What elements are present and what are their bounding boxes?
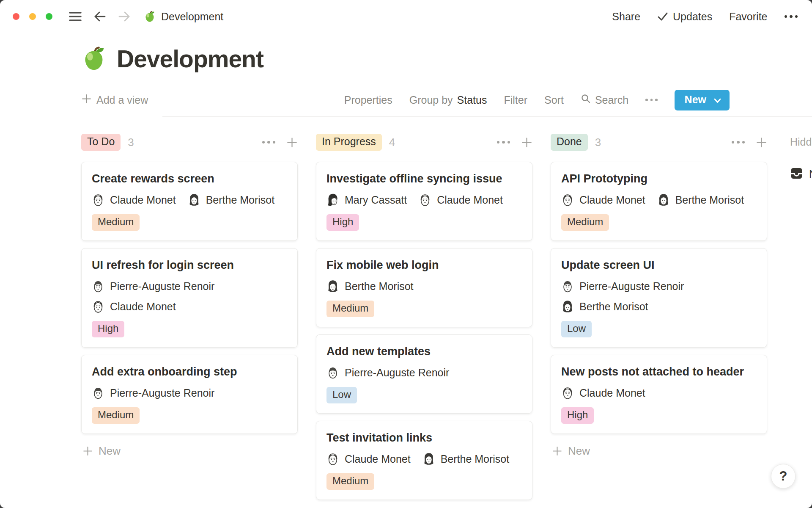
card-title: Add new templates — [326, 344, 522, 359]
filter-button[interactable]: Filter — [504, 94, 527, 106]
add-card-button[interactable]: New — [81, 444, 121, 458]
column-header-todo: To Do3 — [81, 134, 298, 151]
priority-tag: Low — [326, 387, 357, 403]
share-button[interactable]: Share — [612, 11, 640, 23]
close-window-button[interactable] — [13, 13, 19, 20]
question-mark-icon: ? — [779, 469, 787, 484]
kanban-card[interactable]: New posts not attached to headerClaude M… — [551, 355, 767, 434]
avatar-monet-icon — [561, 193, 574, 207]
avatar-morisot-icon — [561, 299, 574, 314]
add-card-button[interactable]: New — [551, 444, 590, 458]
avatar-morisot-icon — [188, 193, 200, 207]
kanban-card[interactable]: Test invitation linksClaude MonetBerthe … — [316, 421, 532, 500]
card-title: Investigate offline syncing issue — [326, 171, 522, 187]
assignee-name: Claude Monet — [437, 194, 503, 206]
priority-tag: Low — [561, 321, 592, 337]
card-title: Fix mobile web login — [326, 257, 522, 273]
kanban-card[interactable]: Update screen UIPierre-Auguste RenoirBer… — [551, 248, 767, 348]
card-title: Add extra onboarding step — [92, 364, 287, 380]
inbox-icon — [790, 167, 803, 181]
column-add-icon[interactable] — [521, 137, 532, 148]
kanban-card[interactable]: Create rewards screenClaude MonetBerthe … — [81, 162, 298, 241]
priority-tag: Medium — [326, 473, 374, 490]
back-icon[interactable] — [93, 11, 107, 22]
ellipsis-icon — [785, 15, 798, 18]
assignee-name: Berthe Morisot — [675, 194, 744, 206]
more-options-icon[interactable] — [785, 15, 798, 18]
assignee-name: Claude Monet — [110, 301, 176, 313]
assignee-name: Claude Monet — [579, 387, 645, 399]
favorite-button[interactable]: Favorite — [729, 11, 767, 23]
column-more-icon[interactable] — [262, 141, 276, 144]
kanban-card[interactable]: UI refresh for login screenPierre-August… — [81, 248, 298, 348]
assignee: Berthe Morisot — [561, 299, 648, 314]
card-title: API Prototyping — [561, 171, 757, 187]
board-column-inprogress: In Progress4Investigate offline syncing … — [316, 134, 532, 500]
assignee-name: Berthe Morisot — [579, 301, 648, 313]
search-button[interactable]: Search — [581, 94, 628, 106]
hidden-columns-section: Hidden columns No Status — [790, 134, 812, 181]
assignee: Pierre-Auguste Renoir — [92, 386, 214, 400]
hidden-group-label: No Status — [809, 168, 812, 180]
hidden-group-no-status[interactable]: No Status — [790, 167, 812, 181]
notion-window: Development Share Updates Favorite Devel… — [0, 0, 812, 508]
assignee-name: Claude Monet — [345, 453, 411, 465]
assignee-name: Berthe Morisot — [345, 280, 414, 293]
sort-button[interactable]: Sort — [544, 94, 564, 106]
kanban-board: To Do3Create rewards screenClaude MonetB… — [0, 117, 812, 500]
column-add-icon[interactable] — [756, 137, 767, 148]
assignee: Claude Monet — [326, 452, 411, 466]
plus-icon — [81, 94, 92, 107]
assignee-name: Pierre-Auguste Renoir — [579, 280, 684, 293]
kanban-card[interactable]: API PrototypingClaude MonetBerthe Moriso… — [551, 162, 767, 241]
check-icon — [657, 11, 668, 22]
page-title-text: Development — [117, 45, 263, 73]
updates-button[interactable]: Updates — [657, 11, 712, 23]
priority-tag: Medium — [326, 301, 374, 317]
card-title: Update screen UI — [561, 257, 757, 273]
add-card-label: New — [568, 444, 590, 458]
properties-button[interactable]: Properties — [344, 94, 392, 106]
sidebar-menu-icon[interactable] — [69, 11, 82, 22]
assignee-name: Claude Monet — [110, 194, 176, 206]
avatar-monet-icon — [561, 386, 574, 400]
avatar-monet-icon — [92, 193, 104, 207]
kanban-card[interactable]: Add extra onboarding stepPierre-Auguste … — [81, 355, 298, 434]
assignee: Pierre-Auguste Renoir — [561, 279, 684, 293]
breadcrumb[interactable]: Development — [144, 11, 223, 23]
assignee: Claude Monet — [92, 193, 176, 207]
assignee: Claude Monet — [561, 193, 645, 207]
new-button[interactable]: New — [675, 90, 730, 110]
avatar-renoir-icon — [92, 279, 104, 293]
priority-tag: Medium — [92, 407, 140, 424]
column-status-badge: In Progress — [316, 134, 382, 151]
minimize-window-button[interactable] — [29, 13, 36, 20]
add-view-button[interactable]: Add a view — [81, 94, 148, 107]
column-card-count: 4 — [389, 136, 395, 149]
view-more-options-icon[interactable] — [645, 99, 658, 101]
column-more-icon[interactable] — [732, 141, 745, 144]
avatar-renoir-icon — [92, 386, 104, 400]
column-card-count: 3 — [128, 136, 134, 149]
board-column-done: Done3API PrototypingClaude MonetBerthe M… — [551, 134, 767, 500]
kanban-card[interactable]: Fix mobile web loginBerthe MorisotMedium — [316, 248, 532, 327]
zoom-window-button[interactable] — [46, 13, 52, 20]
column-add-icon[interactable] — [286, 137, 298, 148]
card-title: Test invitation links — [326, 430, 522, 446]
assignee: Pierre-Auguste Renoir — [326, 365, 449, 380]
board-column-todo: To Do3Create rewards screenClaude MonetB… — [81, 134, 298, 500]
column-more-icon[interactable] — [497, 141, 510, 144]
priority-tag: High — [326, 214, 359, 231]
avatar-renoir-icon — [326, 365, 339, 380]
forward-icon[interactable] — [118, 11, 131, 22]
card-title: UI refresh for login screen — [92, 257, 287, 273]
kanban-card[interactable]: Investigate offline syncing issueMary Ca… — [316, 162, 532, 241]
breadcrumb-title: Development — [161, 11, 223, 23]
group-by-button[interactable]: Group by Status — [409, 94, 487, 106]
help-button[interactable]: ? — [771, 464, 796, 489]
group-by-value: Status — [457, 94, 487, 106]
kanban-card[interactable]: Add new templatesPierre-Auguste RenoirLo… — [316, 334, 532, 414]
priority-tag: Medium — [561, 214, 609, 231]
assignee-name: Berthe Morisot — [441, 453, 510, 465]
priority-tag: High — [92, 321, 124, 337]
